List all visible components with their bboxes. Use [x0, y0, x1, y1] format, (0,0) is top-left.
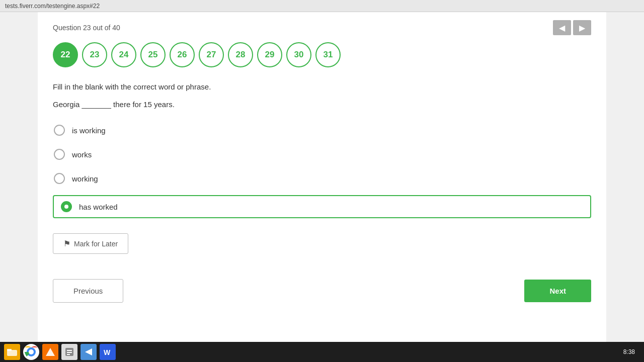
- next-button[interactable]: Next: [524, 280, 591, 302]
- option-label-opt3: working: [72, 174, 98, 183]
- option-label-opt4: has worked: [79, 203, 118, 211]
- option-label-opt2: works: [72, 150, 92, 159]
- radio-opt1: [54, 125, 65, 136]
- option-item-opt4[interactable]: has worked: [53, 195, 591, 218]
- question-header: Question 23 out of 40 ◀ ▶: [53, 20, 591, 35]
- radio-opt2: [54, 149, 65, 160]
- mark-for-later-button[interactable]: ⚑ Mark for Later: [53, 233, 128, 254]
- previous-button[interactable]: Previous: [53, 279, 123, 303]
- taskbar: W 8:38: [0, 342, 644, 344]
- option-item-opt1[interactable]: is working: [54, 123, 591, 138]
- bottom-nav: Previous Next: [53, 279, 591, 308]
- option-item-opt2[interactable]: works: [54, 147, 591, 162]
- nav-next-arrow[interactable]: ▶: [573, 20, 591, 35]
- browser-bar: tests.fiverr.com/testengine.aspx#22: [0, 0, 644, 12]
- question-bubble-23[interactable]: 23: [82, 42, 107, 67]
- nav-arrows: ◀ ▶: [553, 20, 591, 35]
- option-item-opt3[interactable]: working: [54, 171, 591, 186]
- question-bubble-29[interactable]: 29: [257, 42, 282, 67]
- question-bubble-27[interactable]: 27: [199, 42, 224, 67]
- mark-later-label: Mark for Later: [74, 240, 118, 248]
- radio-opt4: [61, 201, 72, 212]
- option-label-opt1: is working: [72, 126, 106, 135]
- number-bubbles: 22232425262728293031: [53, 42, 591, 67]
- question-text: Georgia _______ there for 15 years.: [53, 100, 591, 109]
- question-bubble-31[interactable]: 31: [315, 42, 341, 67]
- main-container: Question 23 out of 40 ◀ ▶ 22232425262728…: [38, 12, 606, 344]
- question-bubble-24[interactable]: 24: [111, 42, 136, 67]
- question-bubble-30[interactable]: 30: [286, 42, 311, 67]
- question-bubble-28[interactable]: 28: [228, 42, 253, 67]
- options-list: is workingworksworkinghas worked: [53, 123, 591, 218]
- question-bubble-25[interactable]: 25: [140, 42, 166, 67]
- nav-prev-arrow[interactable]: ◀: [553, 20, 571, 35]
- question-bubble-22[interactable]: 22: [53, 42, 78, 67]
- question-bubble-26[interactable]: 26: [170, 42, 195, 67]
- radio-opt3: [54, 173, 65, 184]
- browser-url: tests.fiverr.com/testengine.aspx#22: [5, 3, 100, 10]
- flag-icon: ⚑: [63, 239, 70, 248]
- question-count: Question 23 out of 40: [53, 24, 120, 32]
- question-instruction: Fill in the blank with the correct word …: [53, 82, 591, 91]
